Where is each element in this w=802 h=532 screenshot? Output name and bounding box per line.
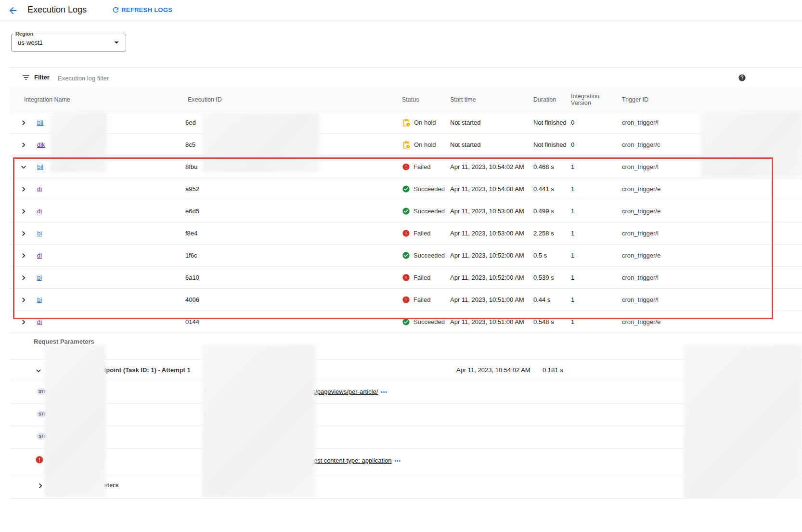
expand-value-button[interactable]: ••• <box>381 389 388 395</box>
rest-task-badge: REST <box>47 367 62 373</box>
start-time-cell: Apr 11, 2023, 10:53:00 AM <box>448 208 531 215</box>
integration-name-link[interactable]: di <box>37 185 42 193</box>
row-collapse-chevron-icon[interactable] <box>19 162 28 172</box>
duration-cell: 0.468 s <box>531 163 569 170</box>
task-row: REST Call REST Endpoint (Task ID: 1) - A… <box>10 359 802 381</box>
status-label: Succeeded <box>414 208 445 215</box>
col-header-duration: Duration <box>531 96 569 103</box>
start-time-cell: Not started <box>448 141 531 148</box>
parameter-name: CommonErrorCode <box>50 411 104 418</box>
col-header-start-time: Start time <box>448 96 531 103</box>
row-expand-chevron-icon[interactable] <box>19 317 28 327</box>
row-expand-chevron-icon[interactable] <box>19 118 28 128</box>
duration-cell: 0.539 s <box>531 274 569 281</box>
error-message-value[interactable]: 'HTTP Response Errors: 400 Bad Request c… <box>204 457 401 464</box>
integration-name-link[interactable]: bi <box>37 274 42 281</box>
integration-version-cell: 1 <box>569 274 620 281</box>
help-icon[interactable] <box>738 74 746 84</box>
app-header: Execution Logs REFRESH LOGS <box>0 0 802 21</box>
string-type-badge: STR <box>37 433 49 440</box>
execution-log-row: die6d5SucceededApr 11, 2023, 10:53:00 AM… <box>10 200 802 222</box>
string-type-badge: STR <box>37 411 49 417</box>
integration-name-cell: bi <box>37 296 185 303</box>
row-expand-chevron-icon[interactable] <box>19 140 28 150</box>
integration-name-link[interactable]: dik <box>37 141 45 148</box>
status-label: Succeeded <box>414 318 445 325</box>
col-header-status: Status <box>400 96 448 103</box>
response-expand-chevron-icon[interactable] <box>36 481 45 491</box>
integration-name-cell: bi <box>37 230 185 237</box>
trigger-id-cell: cron_trigger/e <box>620 252 802 259</box>
refresh-logs-button[interactable]: REFRESH LOGS <box>112 6 172 14</box>
integration-name-link[interactable]: bil <box>37 163 43 170</box>
integration-version-cell: 1 <box>569 208 620 215</box>
row-container <box>10 184 37 194</box>
status-label: On hold <box>414 141 436 148</box>
parameter-name: FailedlTaskNumber <box>50 433 103 440</box>
task-collapse-chevron-icon[interactable] <box>34 366 43 376</box>
parameter-name: restUrl <box>50 388 68 395</box>
row-expand-chevron-icon[interactable] <box>19 295 28 305</box>
integration-version-cell: 1 <box>569 296 620 303</box>
row-expand-chevron-icon[interactable] <box>19 207 28 216</box>
row-container <box>10 229 37 238</box>
status-succeeded-icon <box>402 251 410 260</box>
row-expand-chevron-icon[interactable] <box>19 251 28 260</box>
start-time-cell: Apr 11, 2023, 10:51:00 AM <box>448 296 531 303</box>
back-arrow-icon[interactable] <box>8 5 18 16</box>
filter-bar: Filter <box>10 67 802 88</box>
integration-name-link[interactable]: di <box>37 208 42 215</box>
response-parameters-label: Response Parameters <box>53 481 119 489</box>
integration-name-link[interactable]: di <box>37 318 42 325</box>
integration-name-link[interactable]: bil <box>37 119 43 126</box>
expand-value-button[interactable]: ••• <box>395 458 401 464</box>
parameter-name: ErrorMessage <box>50 457 89 464</box>
status-cell: Succeeded <box>400 207 448 215</box>
row-expand-chevron-icon[interactable] <box>19 273 28 283</box>
refresh-icon <box>112 6 120 14</box>
row-container <box>10 140 37 150</box>
status-failed-icon <box>402 229 410 237</box>
status-cell: Succeeded <box>400 318 448 326</box>
refresh-logs-label: REFRESH LOGS <box>121 6 172 13</box>
parameter-value: 1 <box>204 433 207 440</box>
task-duration: 0.181 s <box>543 366 563 374</box>
status-label: Failed <box>414 230 430 237</box>
parameter-value-link[interactable]: https://wikimedia.org/api/rest_v1/metric… <box>204 388 388 395</box>
duration-cell: Not finished <box>531 119 569 126</box>
response-parameters-row[interactable]: Response Parameters <box>10 474 802 499</box>
row-container <box>10 118 37 128</box>
execution-id-cell: 0144 <box>185 318 400 325</box>
table-body: bil6edOn holdNot startedNot finished0cro… <box>10 112 802 499</box>
trigger-id-cell: cron_trigger/l <box>620 296 802 303</box>
execution-id-cell: 4006 <box>185 296 400 303</box>
start-time-cell: Apr 11, 2023, 10:54:02 AM <box>448 163 531 170</box>
execution-log-row: bi6a10FailedApr 11, 2023, 10:52:00 AM0.5… <box>10 267 802 289</box>
execution-log-row: di1f6cSucceededApr 11, 2023, 10:52:00 AM… <box>10 245 802 267</box>
execution-id-cell: 1f6c <box>185 252 400 259</box>
parameter-row-failedtasknumber: STR FailedlTaskNumber 1 <box>10 426 802 449</box>
status-label: Failed <box>414 274 430 281</box>
integration-name-link[interactable]: bi <box>37 296 42 303</box>
execution-log-row: bi4006FailedApr 11, 2023, 10:51:00 AM0.4… <box>10 289 802 311</box>
trigger-id-cell: cron_trigger/e <box>620 185 802 193</box>
integration-name-link[interactable]: di <box>37 252 42 259</box>
integration-name-cell: di <box>37 252 185 259</box>
row-expand-chevron-icon[interactable] <box>19 184 28 194</box>
integration-name-link[interactable]: bi <box>37 230 42 237</box>
start-time-cell: Apr 11, 2023, 10:51:00 AM <box>448 318 531 325</box>
parameter-value: HTTP_EXCEPTION <box>204 411 260 418</box>
execution-log-filter-input[interactable] <box>57 71 685 85</box>
status-succeeded-icon <box>402 185 410 193</box>
status-cell: Failed <box>400 229 448 237</box>
execution-log-row: di0144SucceededApr 11, 2023, 10:51:00 AM… <box>10 311 802 333</box>
row-container <box>10 273 37 283</box>
trigger-id-cell: cron_trigger/e <box>620 208 802 215</box>
row-expand-chevron-icon[interactable] <box>19 229 28 238</box>
execution-log-row: dia952SucceededApr 11, 2023, 10:54:00 AM… <box>10 178 802 200</box>
row-container <box>10 207 37 216</box>
parameter-row-commonerrorcode: STR CommonErrorCode HTTP_EXCEPTION <box>10 404 802 426</box>
task-status: Failed <box>215 366 232 374</box>
integration-name-cell: di <box>37 208 185 215</box>
execution-log-row: bil8fbuFailedApr 11, 2023, 10:54:02 AM0.… <box>10 156 802 178</box>
